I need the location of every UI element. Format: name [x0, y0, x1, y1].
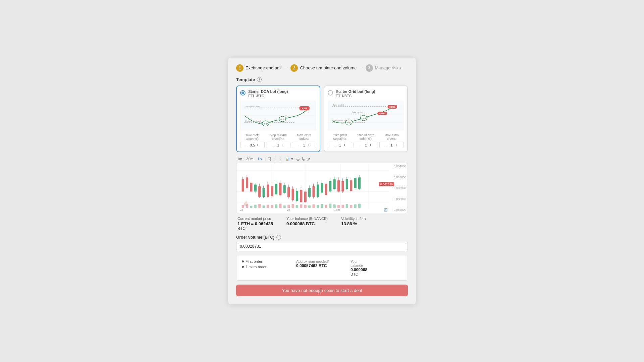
svg-rect-63 — [291, 189, 294, 200]
chart-external-icon[interactable]: ↗ — [307, 157, 310, 162]
grid-step-plus[interactable]: + — [369, 143, 372, 147]
order-volume-section: Order volume (BTC) ℹ — [236, 235, 408, 251]
interval-1h[interactable]: 1h — [257, 157, 263, 161]
interval-1m[interactable]: 1m — [236, 157, 243, 161]
svg-rect-81 — [329, 181, 331, 192]
svg-rect-71 — [308, 188, 311, 197]
dca-take-profit-value: 0.5 — [250, 143, 255, 147]
grid-step-label: Step of extraorder(%): — [354, 133, 378, 141]
svg-rect-114 — [312, 204, 315, 208]
dca-max-control: − 1 + — [292, 142, 316, 148]
step-2: 2 Choose template and volume — [290, 64, 357, 72]
order-volume-input[interactable] — [236, 242, 408, 251]
market-balance-value: 0.000068 BTC — [286, 221, 328, 226]
grid-metric-max: Max. extraorders: − 1 + — [379, 133, 404, 148]
svg-rect-110 — [296, 205, 298, 208]
summary-orders-col: First order 1 extra order — [242, 259, 293, 276]
chart-lines-icon[interactable]: ⋮⋮ — [274, 157, 282, 162]
interval-30m[interactable]: 30m — [245, 157, 254, 161]
dca-metric-max: Max. extraorders: − 1 + — [292, 133, 316, 148]
grid-step-control: − 1 + — [354, 142, 378, 148]
dca-step-minus[interactable]: − — [272, 143, 275, 147]
svg-rect-119 — [333, 204, 336, 208]
svg-rect-105 — [275, 204, 277, 208]
svg-text:sell2: sell2 — [379, 112, 385, 115]
grid-take-profit-label: Take profittarget(%): — [328, 133, 352, 141]
chart-refresh-icon[interactable]: 🔄 — [384, 208, 387, 212]
svg-rect-115 — [317, 205, 319, 208]
grid-take-profit-value: 1 — [338, 143, 342, 147]
svg-rect-113 — [308, 205, 311, 208]
svg-text:sell: sell — [302, 107, 307, 110]
dca-card-subtitle: ETH-BTC — [248, 94, 288, 98]
step-1-number: 1 — [236, 64, 244, 72]
chart-sort-icon[interactable]: ⇅ — [268, 156, 272, 162]
svg-rect-41 — [246, 178, 248, 188]
chart-type-dropdown[interactable]: 📊 ▾ — [284, 157, 294, 162]
svg-rect-125 — [358, 204, 361, 208]
market-balance-label: Your balance (BINANCE) — [286, 217, 328, 221]
svg-text:buy: buy — [347, 121, 351, 124]
template-title: Template — [236, 77, 255, 82]
svg-rect-101 — [258, 204, 261, 208]
svg-text:sell1: sell1 — [389, 106, 395, 108]
grid-metric-take-profit: Take profittarget(%): − 1 + — [328, 133, 352, 148]
extra-order-label: 1 extra order — [246, 265, 266, 269]
svg-text:Take profit 1: Take profit 1 — [333, 104, 344, 106]
dca-radio[interactable] — [240, 90, 246, 96]
svg-text:Take profit level: Take profit level — [245, 106, 260, 107]
chart-add-icon[interactable]: ⊕ — [296, 157, 300, 162]
template-info-icon[interactable]: ℹ — [257, 77, 262, 82]
grid-step-minus[interactable]: − — [360, 143, 363, 147]
svg-text:buy: buy — [362, 117, 366, 119]
grid-card[interactable]: Starter Grid bot (long) ETH-BTC — [324, 85, 408, 153]
order-volume-info-icon[interactable]: ℹ — [276, 235, 281, 240]
svg-rect-117 — [325, 205, 327, 208]
dca-step-value: 1 — [276, 143, 281, 147]
grid-max-label: Max. extraorders: — [379, 133, 404, 141]
summary-box: First order 1 extra order Approx sum nee… — [236, 255, 408, 281]
grid-max-plus[interactable]: + — [395, 143, 398, 147]
dca-take-profit-minus[interactable]: − — [246, 143, 249, 147]
svg-text:Take profit 2: Take profit 2 — [352, 111, 363, 113]
dca-max-label: Max. extraorders: — [292, 133, 316, 141]
grid-radio[interactable] — [328, 90, 333, 96]
grid-metrics: Take profittarget(%): − 1 + Step of extr… — [328, 133, 404, 148]
dca-step-plus[interactable]: + — [282, 143, 284, 147]
step-3-number: 3 — [366, 64, 373, 72]
chart-current-price-badge: 0.062539 — [379, 182, 394, 186]
grid-card-header: Starter Grid bot (long) ETH-BTC — [328, 89, 404, 98]
dca-max-value: 1 — [302, 143, 307, 147]
svg-rect-67 — [300, 190, 302, 202]
grid-take-profit-minus[interactable]: − — [334, 143, 337, 147]
svg-rect-91 — [350, 180, 352, 191]
bullet-2 — [242, 266, 244, 268]
toolbar-sep-1: | — [265, 157, 266, 161]
dca-max-minus[interactable]: − — [298, 143, 301, 147]
grid-max-minus[interactable]: − — [386, 143, 388, 147]
main-chart: ⛵ 0.064000 0.062000 0.060000 0.058000 0.… — [236, 163, 408, 213]
grid-take-profit-plus[interactable]: + — [343, 143, 346, 147]
main-panel: 1 Exchange and pair 2 Choose template an… — [228, 58, 416, 305]
dca-max-plus[interactable]: + — [308, 143, 310, 147]
step-divider-1 — [284, 68, 288, 68]
market-volatility-col: Volatility in 24h 13.86 % — [341, 217, 366, 231]
summary-first-order: First order — [242, 259, 293, 263]
order-volume-label-text: Order volume (BTC) — [236, 235, 274, 240]
dca-take-profit-control: − 0.5 + — [240, 142, 265, 148]
svg-rect-108 — [287, 205, 290, 208]
market-price-label: Current market price — [237, 217, 273, 221]
dca-card[interactable]: Starter DCA bot (long) ETH-BTC — [236, 85, 320, 153]
error-button[interactable]: You have not enough coins to start a dea… — [236, 285, 408, 296]
summary-balance-label: Yourbalance — [351, 259, 402, 267]
grid-chart: buy buy sell2 sell1 Take profit 1 Take p… — [328, 101, 404, 131]
svg-rect-103 — [267, 205, 269, 208]
grid-metric-step: Step of extraorder(%): − 1 + — [354, 133, 378, 148]
svg-rect-122 — [346, 204, 348, 208]
dca-take-profit-plus[interactable]: + — [256, 143, 259, 147]
market-volatility-label: Volatility in 24h — [341, 217, 366, 221]
grid-step-value: 1 — [364, 143, 368, 147]
summary-balance-unit: BTC — [351, 272, 402, 276]
chart-x-labels: 23 24 18:0 🔄 — [240, 208, 387, 212]
chart-fx-icon[interactable]: fx — [302, 157, 305, 162]
